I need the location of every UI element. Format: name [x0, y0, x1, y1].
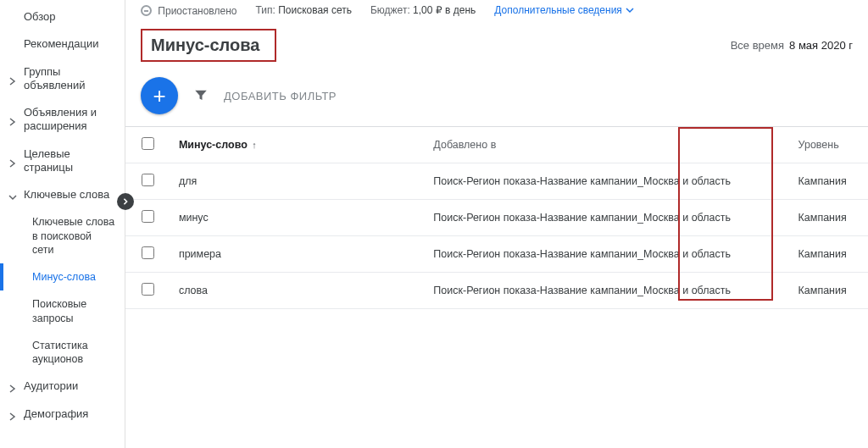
- column-header-label: Минус-слово: [179, 139, 248, 151]
- cell-level: Кампания: [790, 163, 868, 200]
- chevron-down-icon: [8, 191, 15, 198]
- campaign-info-bar: Приостановлено Тип: Поисковая сеть Бюдже…: [125, 0, 868, 20]
- main-content: Приостановлено Тип: Поисковая сеть Бюдже…: [125, 0, 868, 448]
- sidebar-collapse-handle[interactable]: [117, 193, 134, 210]
- page-title: Минус-слова: [141, 29, 276, 62]
- cell-added-to: Поиск-Регион показа-Название кампании_Мо…: [425, 200, 789, 236]
- plus-icon: +: [153, 83, 165, 109]
- table-row[interactable]: словаПоиск-Регион показа-Название кампан…: [125, 273, 868, 309]
- sidebar-item-adgroups[interactable]: Группы объявлений: [0, 58, 125, 100]
- more-details-link[interactable]: Дополнительные сведения: [494, 4, 633, 16]
- sort-asc-icon: ↑: [252, 140, 257, 150]
- cell-keyword: примера: [170, 236, 425, 273]
- sidebar-item-label: Аудитории: [24, 379, 78, 393]
- table-row[interactable]: дляПоиск-Регион показа-Название кампании…: [125, 163, 868, 200]
- cell-keyword: минус: [170, 200, 425, 236]
- sidebar-item-label: Рекомендации: [24, 37, 99, 51]
- sidebar-item-audiences[interactable]: Аудитории: [0, 373, 125, 400]
- cell-level: Кампания: [790, 236, 868, 273]
- type-label: Тип:: [255, 4, 275, 16]
- cell-added-to: Поиск-Регион показа-Название кампании_Мо…: [425, 273, 789, 309]
- row-checkbox-cell: [125, 236, 170, 273]
- status-badge: Приостановлено: [141, 3, 236, 17]
- toolbar: + ДОБАВИТЬ ФИЛЬТР: [125, 72, 868, 126]
- add-filter-label[interactable]: ДОБАВИТЬ ФИЛЬТР: [224, 90, 337, 102]
- chevron-right-icon: [8, 383, 15, 390]
- column-header-label: Уровень: [798, 139, 839, 151]
- type-field: Тип: Поисковая сеть: [255, 4, 352, 16]
- status-text: Приостановлено: [158, 5, 236, 17]
- cell-level: Кампания: [790, 200, 868, 236]
- sidebar-item-label: Минус-слова: [32, 271, 96, 283]
- select-all-header: [125, 127, 170, 163]
- sidebar-sub-negative-keywords[interactable]: Минус-слова: [0, 263, 125, 290]
- sidebar-sub-search-terms[interactable]: Поисковые запросы: [0, 290, 125, 332]
- cell-added-to: Поиск-Регион показа-Название кампании_Мо…: [425, 163, 789, 200]
- cell-keyword: для: [170, 163, 425, 200]
- sidebar-item-ads-extensions[interactable]: Объявления и расширения: [0, 99, 125, 141]
- sidebar-item-label: Демография: [24, 407, 88, 421]
- budget-label: Бюджет:: [370, 4, 410, 16]
- negative-keywords-table: Минус-слово ↑ Добавлено в Уровень Тип со…: [125, 127, 868, 309]
- column-header-label: Добавлено в: [433, 139, 496, 151]
- type-value: Поисковая сеть: [278, 4, 352, 16]
- row-checkbox-cell: [125, 163, 170, 200]
- more-details-label: Дополнительные сведения: [494, 4, 621, 16]
- column-header-added-to[interactable]: Добавлено в: [425, 127, 789, 163]
- table-row[interactable]: примераПоиск-Регион показа-Название камп…: [125, 236, 868, 273]
- sidebar-item-label: Группы объявлений: [24, 65, 116, 93]
- date-range-value: 8 мая 2020 г: [789, 39, 853, 52]
- sidebar-item-demographics[interactable]: Демография: [0, 401, 125, 428]
- budget-field: Бюджет: 1,00 ₽ в день: [370, 4, 476, 16]
- sidebar-item-label: Целевые страницы: [24, 147, 116, 175]
- chevron-right-icon: [8, 75, 15, 82]
- paused-icon: [141, 5, 152, 16]
- sidebar-item-label: Объявления и расширения: [24, 106, 116, 134]
- chevron-right-icon: [8, 411, 15, 418]
- table-header-row: Минус-слово ↑ Добавлено в Уровень Тип со…: [125, 127, 868, 163]
- negative-keywords-table-wrapper: Минус-слово ↑ Добавлено в Уровень Тип со…: [125, 126, 868, 448]
- cell-keyword: слова: [170, 273, 425, 309]
- column-header-keyword[interactable]: Минус-слово ↑: [170, 127, 425, 163]
- chevron-right-icon: [122, 198, 129, 205]
- sidebar-sub-search-keywords[interactable]: Ключевые слова в поисковой сети: [0, 208, 125, 263]
- chevron-down-icon: [626, 6, 634, 14]
- budget-value: 1,00 ₽ в день: [413, 4, 476, 16]
- sidebar-item-recommendations[interactable]: Рекомендации: [0, 30, 125, 58]
- date-range-picker[interactable]: Все время 8 мая 2020 г: [731, 39, 853, 52]
- sidebar-item-keywords[interactable]: Ключевые слова: [0, 181, 125, 208]
- row-checkbox[interactable]: [142, 283, 154, 296]
- add-button[interactable]: +: [141, 77, 178, 114]
- sidebar-item-label: Статистика аукционов: [32, 340, 88, 365]
- cell-added-to: Поиск-Регион показа-Название кампании_Мо…: [425, 236, 789, 273]
- row-checkbox[interactable]: [142, 174, 154, 186]
- sidebar-item-label: Поисковые запросы: [32, 298, 86, 324]
- sidebar-item-overview[interactable]: Обзор: [0, 3, 125, 30]
- row-checkbox[interactable]: [142, 210, 154, 223]
- sidebar-item-label: Обзор: [24, 10, 56, 24]
- row-checkbox-cell: [125, 273, 170, 309]
- cell-level: Кампания: [790, 273, 868, 309]
- chevron-right-icon: [8, 116, 15, 123]
- sidebar-sub-auction-insights[interactable]: Статистика аукционов: [0, 332, 125, 373]
- select-all-checkbox[interactable]: [142, 137, 154, 150]
- column-header-level[interactable]: Уровень: [790, 127, 868, 163]
- chevron-right-icon: [8, 158, 15, 164]
- sidebar-item-label: Ключевые слова в поисковой сети: [32, 216, 114, 256]
- table-row[interactable]: минусПоиск-Регион показа-Название кампан…: [125, 200, 868, 236]
- sidebar-item-landing-pages[interactable]: Целевые страницы: [0, 141, 125, 182]
- title-row: Минус-слова Все время 8 мая 2020 г: [125, 20, 868, 72]
- row-checkbox[interactable]: [142, 246, 154, 259]
- sidebar: Обзор Рекомендации Группы объявлений Объ…: [0, 0, 125, 448]
- date-range-prefix: Все время: [731, 39, 784, 52]
- filter-icon[interactable]: [193, 87, 209, 105]
- sidebar-item-label: Ключевые слова: [24, 188, 109, 202]
